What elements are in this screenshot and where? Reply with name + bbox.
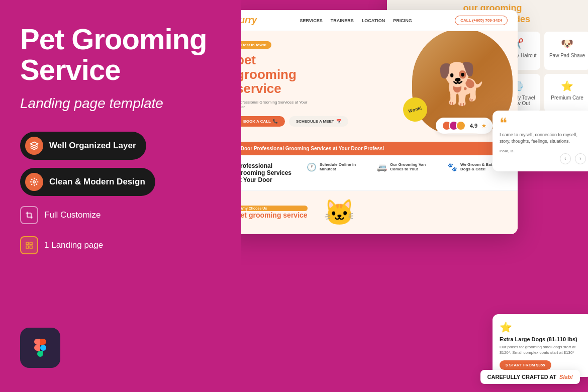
clock-icon: 🕐 xyxy=(307,162,317,172)
screenshot-landing: furry SERVICES TRAINERS LOCATION PRICING… xyxy=(241,10,518,234)
pricing-size: Extra Large Dogs (81-110 lbs) xyxy=(500,336,586,342)
lp-navbar: furry SERVICES TRAINERS LOCATION PRICING… xyxy=(241,10,518,31)
quote-icon: ❝ xyxy=(500,118,586,129)
pets-icon: 🐾 xyxy=(447,162,457,172)
right-panel: our grooming package includes 🐾 On-Site … xyxy=(241,0,588,392)
lp-features-bar: Professional Grooming Services at Your D… xyxy=(241,155,518,191)
testimonial-next-button[interactable]: › xyxy=(575,153,586,164)
feature-well-organized: Well Organized Layer xyxy=(20,132,221,160)
dog-icon: 🐶 xyxy=(561,38,573,50)
lp-bottom-title: pet grooming service xyxy=(241,211,308,220)
feature-full-customize: Full Customize xyxy=(20,204,221,226)
main-title: Pet Grooming Service xyxy=(20,24,221,85)
lp-ticker: ur Door Professional Grooming Services a… xyxy=(241,142,518,155)
lp-logo: furry xyxy=(241,15,257,26)
feature-clean-modern: Clean & Modern Design xyxy=(20,168,221,196)
pricing-card: ⭐ Extra Large Dogs (81-110 lbs) Our pric… xyxy=(493,314,588,377)
subtitle: Landing page template xyxy=(20,95,221,112)
feature-label-well-organized: Well Organized Layer xyxy=(49,141,136,151)
rating-badge: 4.9 ★ xyxy=(436,118,493,134)
grid-icon xyxy=(20,236,38,254)
design-icon xyxy=(25,173,43,191)
svg-rect-2 xyxy=(30,242,32,245)
lp-hero: Best in town! petgroomingservice Profess… xyxy=(241,31,518,142)
crop-icon xyxy=(20,206,38,224)
crafted-badge: CAREFULLY CRAFTED AT Slab! xyxy=(480,370,580,384)
lp-schedule-button[interactable]: SCHEDULE A MEET 📅 xyxy=(289,116,348,127)
pkg-item-paw: 🐶 Paw Pad Shave xyxy=(544,32,588,70)
lp-bottom-section: Why Choose Us pet grooming service 🐱 xyxy=(241,191,518,234)
feature-label-landing-page: 1 Landing page xyxy=(44,240,103,250)
lp-nav-links: SERVICES TRAINERS LOCATION PRICING xyxy=(300,18,412,23)
testimonial-prev-button[interactable]: ‹ xyxy=(560,153,571,164)
svg-rect-1 xyxy=(26,242,29,245)
rating-circle-3 xyxy=(456,121,466,131)
testimonial-navigation: ‹ › xyxy=(500,153,586,164)
bottom-section xyxy=(20,328,221,368)
features-list: Well Organized Layer Clean & Modern Desi… xyxy=(20,132,221,256)
lp-why-badge: Why Choose Us xyxy=(241,206,308,211)
pricing-cta-button[interactable]: $ START FROM $355 xyxy=(500,360,551,370)
lp-feat-schedule-text: Schedule Online in Minutes! xyxy=(320,162,367,171)
lp-feat-van: 🚐 Our Grooming Van Comes to You! xyxy=(377,162,437,172)
pricing-star-icon: ⭐ xyxy=(500,321,586,333)
lp-book-call-button[interactable]: BOOK A CALL 📞 xyxy=(241,116,285,127)
left-panel: Pet Grooming Service Landing page templa… xyxy=(0,0,241,392)
svg-rect-3 xyxy=(26,246,29,248)
feature-landing-page: 1 Landing page xyxy=(20,234,221,256)
rating-star-icon: ★ xyxy=(481,123,486,129)
star-icon: ⭐ xyxy=(561,80,573,92)
slab-brand: Slab! xyxy=(559,374,573,380)
lp-hero-subtitle: Professional Grooming Services at Your D… xyxy=(241,100,317,109)
cat-image: 🐱 xyxy=(324,198,355,227)
pricing-description: Our prices for grooming small dogs start… xyxy=(500,344,586,355)
lp-hero-badge: Best in town! xyxy=(241,41,271,49)
lp-feat-van-text: Our Grooming Van Comes to You! xyxy=(390,162,437,171)
svg-point-0 xyxy=(33,181,36,183)
feature-label-clean-modern: Clean & Modern Design xyxy=(49,177,145,187)
svg-rect-4 xyxy=(30,246,32,248)
testimonial-author: Polo, B. xyxy=(500,149,586,153)
van-icon: 🚐 xyxy=(377,162,387,172)
testimonials-card: ❝ I came to myself, connection to myself… xyxy=(493,111,588,171)
pkg-item-premium: ⭐ Premium Care xyxy=(544,74,588,112)
lp-feat-schedule: 🕐 Schedule Online in Minutes! xyxy=(307,162,367,172)
layers-icon xyxy=(25,137,43,155)
crafted-text: CAREFULLY CRAFTED AT xyxy=(487,374,557,380)
lp-features-title: Professional Grooming Services at Your D… xyxy=(241,162,297,183)
testimonial-text: I came to myself, connection to myself, … xyxy=(500,132,586,144)
figma-icon xyxy=(20,328,60,368)
lp-call-button[interactable]: CALL (+605) 709-3424 xyxy=(455,16,508,25)
rating-number: 4.9 xyxy=(470,123,477,129)
feature-label-full-customize: Full Customize xyxy=(44,210,101,220)
